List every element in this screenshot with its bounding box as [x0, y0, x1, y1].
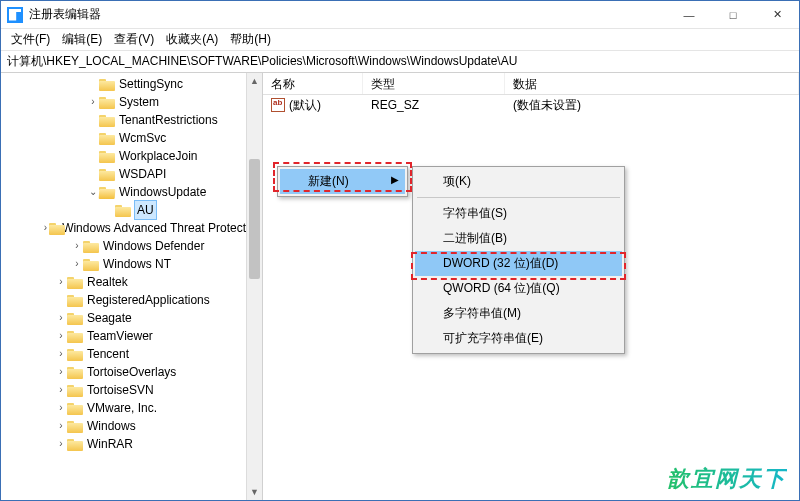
- tree-node[interactable]: ›Seagate: [1, 309, 262, 327]
- tree-node-label: AU: [135, 201, 156, 219]
- tree-node[interactable]: ·WSDAPI: [1, 165, 262, 183]
- scroll-down-icon[interactable]: ▼: [247, 484, 262, 500]
- tree-node-label: Windows NT: [103, 255, 171, 273]
- menu-help[interactable]: 帮助(H): [224, 29, 277, 50]
- expand-icon[interactable]: ›: [55, 435, 67, 453]
- values-list[interactable]: (默认)REG_SZ(数值未设置): [263, 95, 799, 115]
- address-bar[interactable]: 计算机\HKEY_LOCAL_MACHINE\SOFTWARE\Policies…: [1, 51, 799, 73]
- ctx-sub-item[interactable]: DWORD (32 位)值(D): [415, 251, 622, 276]
- window-title: 注册表编辑器: [29, 6, 667, 23]
- registry-tree[interactable]: ·SettingSync›System·TenantRestrictions·W…: [1, 73, 262, 455]
- tree-node-label: Tencent: [87, 345, 129, 363]
- value-data: (数值未设置): [505, 97, 799, 114]
- scroll-thumb[interactable]: [249, 159, 260, 279]
- menu-file[interactable]: 文件(F): [5, 29, 56, 50]
- tree-node[interactable]: ·SettingSync: [1, 75, 262, 93]
- tree-node[interactable]: ·AU: [1, 201, 262, 219]
- expand-icon[interactable]: ›: [42, 219, 49, 237]
- ctx-sub-item[interactable]: 可扩充字符串值(E): [415, 326, 622, 351]
- ctx-new[interactable]: 新建(N) ▶: [280, 169, 405, 194]
- menu-edit[interactable]: 编辑(E): [56, 29, 108, 50]
- tree-node[interactable]: ›Windows: [1, 417, 262, 435]
- menu-favorites[interactable]: 收藏夹(A): [160, 29, 224, 50]
- tree-node[interactable]: ›Realtek: [1, 273, 262, 291]
- folder-icon: [83, 258, 99, 271]
- minimize-button[interactable]: —: [667, 1, 711, 28]
- expand-icon[interactable]: ›: [55, 399, 67, 417]
- ctx-sub-item[interactable]: 二进制值(B): [415, 226, 622, 251]
- tree-node-label: TortoiseSVN: [87, 381, 154, 399]
- tree-node[interactable]: ›VMware, Inc.: [1, 399, 262, 417]
- tree-node[interactable]: ›TeamViewer: [1, 327, 262, 345]
- menu-separator: [417, 197, 620, 198]
- folder-icon: [67, 330, 83, 343]
- address-text: 计算机\HKEY_LOCAL_MACHINE\SOFTWARE\Policies…: [7, 53, 517, 70]
- expand-icon[interactable]: ›: [55, 345, 67, 363]
- expand-icon[interactable]: ›: [55, 381, 67, 399]
- values-pane: 名称 类型 数据 (默认)REG_SZ(数值未设置) 新建(N) ▶ 项(K)字…: [263, 73, 799, 500]
- tree-node[interactable]: ›WinRAR: [1, 435, 262, 453]
- client-area: ·SettingSync›System·TenantRestrictions·W…: [1, 73, 799, 500]
- tree-node[interactable]: ›Windows Defender: [1, 237, 262, 255]
- ctx-new-label: 新建(N): [308, 174, 349, 188]
- tree-node-label: TenantRestrictions: [119, 111, 218, 129]
- ctx-sub-label: 可扩充字符串值(E): [443, 331, 543, 345]
- maximize-button[interactable]: □: [711, 1, 755, 28]
- tree-node-label: WcmSvc: [119, 129, 166, 147]
- ctx-sub-item[interactable]: 字符串值(S): [415, 201, 622, 226]
- folder-icon: [67, 276, 83, 289]
- tree-node[interactable]: ›System: [1, 93, 262, 111]
- folder-icon: [67, 402, 83, 415]
- tree-node[interactable]: ›Windows Advanced Threat Protection: [1, 219, 262, 237]
- ctx-sub-item[interactable]: 项(K): [415, 169, 622, 194]
- ctx-sub-item[interactable]: 多字符串值(M): [415, 301, 622, 326]
- expand-icon[interactable]: ›: [55, 417, 67, 435]
- expand-icon[interactable]: ›: [87, 93, 99, 111]
- watermark-text: 歆宜网天下: [667, 464, 787, 494]
- tree-node[interactable]: ·RegisteredApplications: [1, 291, 262, 309]
- expand-icon[interactable]: ›: [55, 273, 67, 291]
- col-data[interactable]: 数据: [505, 73, 799, 94]
- menu-view[interactable]: 查看(V): [108, 29, 160, 50]
- folder-icon: [99, 132, 115, 145]
- tree-node[interactable]: ›TortoiseOverlays: [1, 363, 262, 381]
- tree-node[interactable]: ·WcmSvc: [1, 129, 262, 147]
- regedit-window: 注册表编辑器 — □ ✕ 文件(F) 编辑(E) 查看(V) 收藏夹(A) 帮助…: [0, 0, 800, 501]
- tree-node[interactable]: ›Tencent: [1, 345, 262, 363]
- folder-icon: [99, 186, 115, 199]
- scroll-up-icon[interactable]: ▲: [247, 73, 262, 89]
- tree-node[interactable]: ·WorkplaceJoin: [1, 147, 262, 165]
- tree-node[interactable]: ·TenantRestrictions: [1, 111, 262, 129]
- tree-node[interactable]: ⌄WindowsUpdate: [1, 183, 262, 201]
- tree-node-label: Windows Defender: [103, 237, 204, 255]
- ctx-sub-label: QWORD (64 位)值(Q): [443, 281, 560, 295]
- expand-icon[interactable]: ›: [71, 255, 83, 273]
- folder-icon: [99, 114, 115, 127]
- tree-node-label: Seagate: [87, 309, 132, 327]
- tree-node[interactable]: ›Windows NT: [1, 255, 262, 273]
- collapse-icon[interactable]: ⌄: [87, 183, 99, 201]
- expand-icon[interactable]: ›: [55, 309, 67, 327]
- tree-node-label: RegisteredApplications: [87, 291, 210, 309]
- folder-icon: [99, 78, 115, 91]
- tree-node-label: WinRAR: [87, 435, 133, 453]
- expand-icon[interactable]: ›: [71, 237, 83, 255]
- col-type[interactable]: 类型: [363, 73, 505, 94]
- col-name[interactable]: 名称: [263, 73, 363, 94]
- context-submenu-new: 项(K)字符串值(S)二进制值(B)DWORD (32 位)值(D)QWORD …: [412, 166, 625, 354]
- list-header: 名称 类型 数据: [263, 73, 799, 95]
- folder-icon: [67, 294, 83, 307]
- folder-icon: [83, 240, 99, 253]
- tree-node[interactable]: ›TortoiseSVN: [1, 381, 262, 399]
- ctx-sub-item[interactable]: QWORD (64 位)值(Q): [415, 276, 622, 301]
- tree-node-label: Realtek: [87, 273, 128, 291]
- value-row[interactable]: (默认)REG_SZ(数值未设置): [263, 95, 799, 115]
- tree-scrollbar[interactable]: ▲ ▼: [246, 73, 262, 500]
- tree-node-label: System: [119, 93, 159, 111]
- tree-node-label: WindowsUpdate: [119, 183, 206, 201]
- expand-icon[interactable]: ›: [55, 363, 67, 381]
- folder-icon: [99, 168, 115, 181]
- close-button[interactable]: ✕: [755, 1, 799, 28]
- expand-icon[interactable]: ›: [55, 327, 67, 345]
- ctx-sub-label: DWORD (32 位)值(D): [443, 256, 558, 270]
